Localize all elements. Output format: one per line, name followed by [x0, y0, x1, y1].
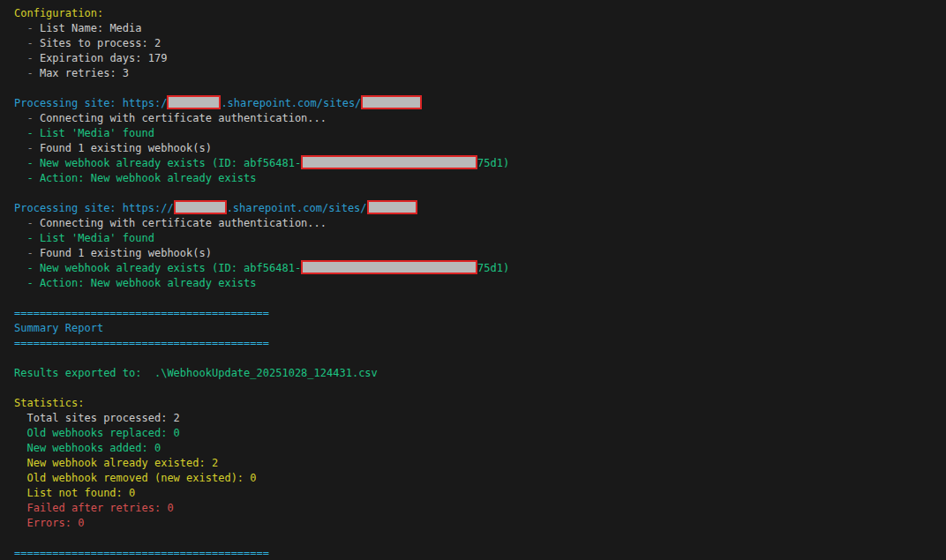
terminal-text: - List 'Media' found — [14, 127, 154, 139]
terminal-line: ======================================== — [14, 306, 939, 321]
terminal-text: - — [14, 142, 40, 154]
terminal-text: Old webhooks replaced: 0 — [14, 427, 180, 439]
terminal-text: Errors: 0 — [14, 517, 84, 529]
terminal-line: - List 'Media' found — [14, 231, 939, 246]
terminal-text: - — [14, 52, 40, 64]
terminal-text: .sharepoint.com/sites/ — [227, 202, 367, 214]
redacted-text-box — [361, 95, 422, 109]
terminal-text: Summary Report — [14, 322, 103, 334]
terminal-text: Max retries: 3 — [40, 67, 129, 79]
terminal-text: - Action: New webhook already exists — [14, 277, 257, 289]
terminal-text: ======================================== — [14, 547, 269, 559]
terminal-text: - — [14, 247, 40, 259]
terminal-line: Old webhooks replaced: 0 — [14, 426, 939, 441]
terminal-text: Found 1 existing webhook(s) — [40, 247, 212, 259]
terminal-text: Statistics: — [14, 397, 84, 409]
terminal-text: - List 'Media' found — [14, 232, 154, 244]
terminal-line: - Connecting with certificate authentica… — [14, 216, 939, 231]
terminal-text: 75d1) — [477, 262, 509, 274]
terminal-text: Connecting with certificate authenticati… — [40, 112, 327, 124]
redacted-text-box — [301, 260, 477, 274]
terminal-text: - New webhook already exists (ID: abf564… — [14, 157, 301, 169]
terminal-text: ======================================== — [14, 337, 269, 349]
terminal-blank-line — [14, 81, 939, 96]
terminal-line: Old webhook removed (new existed): 0 — [14, 471, 939, 486]
terminal-text: Old webhook removed (new existed): 0 — [14, 472, 257, 484]
terminal-line: New webhooks added: 0 — [14, 441, 939, 456]
terminal-line: - List 'Media' found — [14, 126, 939, 141]
terminal-text: Failed after retries: 0 — [14, 502, 174, 514]
terminal-line: New webhook already existed: 2 — [14, 456, 939, 471]
terminal-line: Total sites processed: 2 — [14, 411, 939, 426]
terminal-output[interactable]: Configuration: - List Name: Media - Site… — [0, 0, 946, 560]
terminal-line: - Found 1 existing webhook(s) — [14, 246, 939, 261]
terminal-line: Results exported to: .\WebhookUpdate_202… — [14, 366, 939, 381]
terminal-text: - — [14, 37, 40, 49]
redacted-text-box — [167, 95, 221, 109]
terminal-text: Processing site: https:/ — [14, 97, 167, 109]
terminal-text: Results exported to: .\WebhookUpdate_202… — [14, 367, 378, 379]
terminal-text: Connecting with certificate authenticati… — [40, 217, 327, 229]
terminal-text: - — [14, 22, 40, 34]
terminal-text: Total sites processed: 2 — [14, 412, 180, 424]
terminal-line: Failed after retries: 0 — [14, 501, 939, 516]
terminal-line: - Action: New webhook already exists — [14, 171, 939, 186]
terminal-text: New webhook already existed: 2 — [14, 457, 218, 469]
terminal-text: Processing site: https:// — [14, 202, 174, 214]
terminal-text: List Name: Media — [40, 22, 142, 34]
terminal-text: List not found: 0 — [14, 487, 135, 499]
terminal-text: Expiration days: 179 — [40, 52, 168, 64]
terminal-line: Summary Report — [14, 321, 939, 336]
terminal-text: - — [14, 67, 40, 79]
terminal-line: - Connecting with certificate authentica… — [14, 111, 939, 126]
terminal-line: Statistics: — [14, 396, 939, 411]
terminal-line: Processing site: https://.sharepoint.com… — [14, 201, 939, 216]
terminal-line: Errors: 0 — [14, 516, 939, 531]
terminal-blank-line — [14, 186, 939, 201]
terminal-line: Configuration: — [14, 6, 939, 21]
terminal-text: - — [14, 217, 40, 229]
terminal-text: .sharepoint.com/sites/ — [221, 97, 361, 109]
terminal-text: New webhooks added: 0 — [14, 442, 161, 454]
terminal-blank-line — [14, 531, 939, 546]
terminal-blank-line — [14, 291, 939, 306]
terminal-line: - Action: New webhook already exists — [14, 276, 939, 291]
terminal-text: 75d1) — [477, 157, 509, 169]
terminal-line: - Max retries: 3 — [14, 66, 939, 81]
redacted-text-box — [174, 200, 227, 214]
terminal-text: Configuration: — [14, 7, 103, 19]
terminal-line: List not found: 0 — [14, 486, 939, 501]
terminal-text: - New webhook already exists (ID: abf564… — [14, 262, 301, 274]
terminal-line: - List Name: Media — [14, 21, 939, 36]
terminal-blank-line — [14, 351, 939, 366]
redacted-text-box — [301, 155, 477, 169]
terminal-line: - Found 1 existing webhook(s) — [14, 141, 939, 156]
terminal-text: Found 1 existing webhook(s) — [40, 142, 212, 154]
redacted-text-box — [367, 200, 417, 214]
terminal-line: - Sites to process: 2 — [14, 36, 939, 51]
terminal-line: ======================================== — [14, 546, 939, 560]
terminal-line: - Expiration days: 179 — [14, 51, 939, 66]
terminal-blank-line — [14, 381, 939, 396]
terminal-text: ======================================== — [14, 307, 269, 319]
terminal-text: Sites to process: 2 — [40, 37, 161, 49]
terminal-text: - — [14, 112, 40, 124]
terminal-line: - New webhook already exists (ID: abf564… — [14, 156, 939, 171]
terminal-text: - Action: New webhook already exists — [14, 172, 257, 184]
terminal-line: - New webhook already exists (ID: abf564… — [14, 261, 939, 276]
terminal-line: ======================================== — [14, 336, 939, 351]
terminal-line: Processing site: https:/.sharepoint.com/… — [14, 96, 939, 111]
